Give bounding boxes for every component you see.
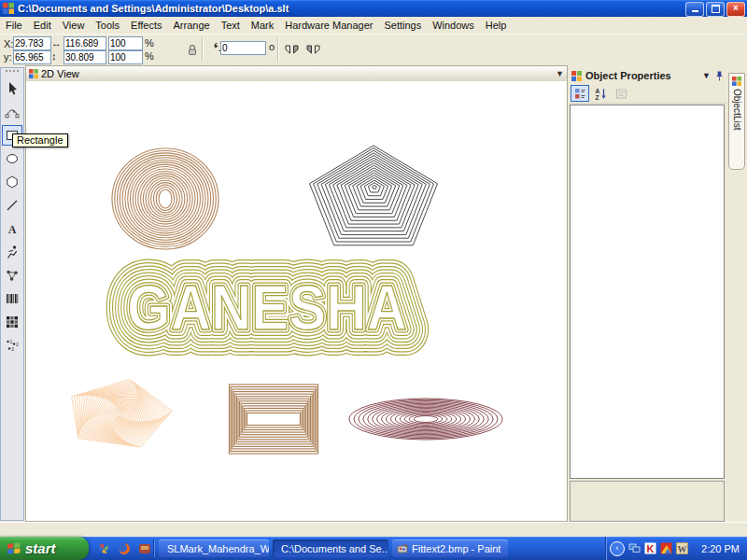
taskbar-task-2[interactable]: C:\Documents and Se... [273,539,388,557]
mirror-vertical-button[interactable] [303,42,322,57]
barcode-tool[interactable] [2,288,22,309]
object-list-tab-label: ObjectList [732,89,742,130]
quicklaunch-slmark[interactable] [95,540,111,556]
close-button[interactable]: × [726,2,745,17]
quicklaunch-firefox[interactable] [116,540,132,556]
shape-pentagon-twist[interactable] [72,380,173,447]
property-pages-button[interactable] [612,85,630,102]
menu-item-arrange[interactable]: Arrange [167,19,215,32]
shape-nested-rect[interactable] [230,385,318,454]
x-input[interactable] [13,36,51,50]
svg-text:K: K [646,543,654,554]
text-tool[interactable]: A [2,218,22,239]
menu-item-settings[interactable]: Settings [378,19,427,32]
panel-dropdown-icon[interactable]: ▼ [702,71,711,80]
shape-concentric-ellipse[interactable] [112,148,218,249]
node-edit-tool[interactable] [2,102,22,122]
percent-x-label: % [145,37,154,49]
menu-item-help[interactable]: Help [480,19,513,32]
matrix-barcode-tool[interactable] [2,312,22,332]
view-tab-icon [29,69,38,78]
categorized-button[interactable] [571,85,589,102]
menu-item-text[interactable]: Text [216,19,246,32]
text-tool-icon: A [5,221,20,236]
palette-grip[interactable] [6,70,19,76]
tray-icon-k[interactable]: K [643,542,656,555]
tray-icon-graphics[interactable] [659,542,672,555]
numbering-tool[interactable]: 123 [2,335,22,356]
start-button[interactable]: start [0,537,89,560]
restore-button[interactable] [706,2,725,17]
y-label: y: [4,51,12,63]
ellipse-tool[interactable] [2,148,22,169]
categorized-icon [574,88,586,100]
application-window: C:\Documents and Settings\Administrator\… [0,0,747,560]
select-tool[interactable] [2,78,22,99]
task-label: C:\Documents and Se... [281,543,388,554]
taskbar-task-1[interactable]: SLMark_Mahendra_W... [159,539,269,557]
menu-item-mark[interactable]: Mark [246,19,279,32]
property-description-box [570,481,725,522]
firefox-quicklaunch-icon [118,542,131,555]
minimize-button[interactable] [685,2,704,17]
scale-x-input[interactable] [108,36,143,50]
object-list-tab[interactable]: ObjectList [728,73,745,170]
matrix-barcode-tool-icon [5,315,20,329]
menu-item-tools[interactable]: Tools [90,19,125,32]
menu-item-windows[interactable]: Windows [427,19,480,32]
lock-aspect-button[interactable] [183,42,202,57]
drawing-canvas[interactable]: GANESHAGANESHAGANESHAGANESHAGANESHAGANES… [26,81,567,521]
windows-flag-icon [7,541,21,556]
width-input[interactable] [63,36,106,50]
object-properties-header: Object Properties ▼ [570,67,726,84]
taskbar: start SLMark_Mahendra_W...C:\Documents a… [0,537,747,560]
tray-collapse-chevron[interactable]: ‹ [610,541,625,556]
mirror-vertical-icon [305,44,321,55]
window-controls: × [685,2,745,17]
task-label: Fittext2.bmp - Paint [412,543,500,554]
connect-node-tool-icon [5,268,20,283]
properties-list[interactable] [570,105,725,479]
polygon-tool-icon [5,175,20,189]
network-tray-icon[interactable] [627,542,641,555]
menu-item-hardware-manager[interactable]: Hardware Manager [279,19,378,32]
shape-fit-text[interactable]: GANESHAGANESHAGANESHAGANESHAGANESHAGANES… [127,272,407,343]
panel-pin-icon[interactable] [714,70,725,81]
menu-item-edit[interactable]: Edit [28,19,57,32]
title-bar: C:\Documents and Settings\Administrator\… [0,0,747,17]
menu-item-view[interactable]: View [57,19,91,32]
height-input[interactable] [63,50,106,64]
taskbar-task-3[interactable]: Fittext2.bmp - Paint [392,539,508,557]
view-dropdown-icon[interactable]: ▼ [556,69,564,78]
mirror-horizontal-button[interactable] [282,42,301,57]
task-icon-paint [397,543,408,554]
shape-pentagon-spiral[interactable] [310,146,438,245]
window-title: C:\Documents and Settings\Administrator\… [18,3,289,14]
quicklaunch-3[interactable] [136,540,152,556]
view-tab-bar: 2D View ▼ [26,66,567,82]
manual-spline-tool[interactable] [2,242,22,262]
manual-spline-tool-icon [5,245,20,259]
quicklaunch-separator [153,539,155,557]
select-tool-icon [5,81,20,96]
word-tray-icon[interactable]: W [675,542,688,555]
connect-node-tool[interactable] [2,265,22,286]
menu-item-file[interactable]: File [0,19,28,32]
system-tray: ‹ K [605,537,747,560]
shape-concentric-ellipse[interactable] [349,399,502,440]
menu-item-effects[interactable]: Effects [125,19,167,32]
y-input[interactable] [13,50,51,64]
line-tool-icon [5,198,20,213]
object-properties-icon [571,71,582,81]
task-label: SLMark_Mahendra_W... [167,543,269,554]
app-icon [3,3,14,14]
polygon-tool[interactable] [2,172,22,192]
workspace: A123 2D View ▼ GANESHAGANESHAGANESHAGANE… [0,65,747,522]
scale-y-input[interactable] [108,50,143,64]
line-tool[interactable] [2,195,22,216]
height-resize-icon: ↕ [51,50,57,62]
rotation-input[interactable] [220,41,266,55]
alphabetical-sort-button[interactable]: A Z [591,85,610,102]
object-properties-title: Object Properties [585,70,671,81]
barcode-tool-icon [5,291,20,306]
